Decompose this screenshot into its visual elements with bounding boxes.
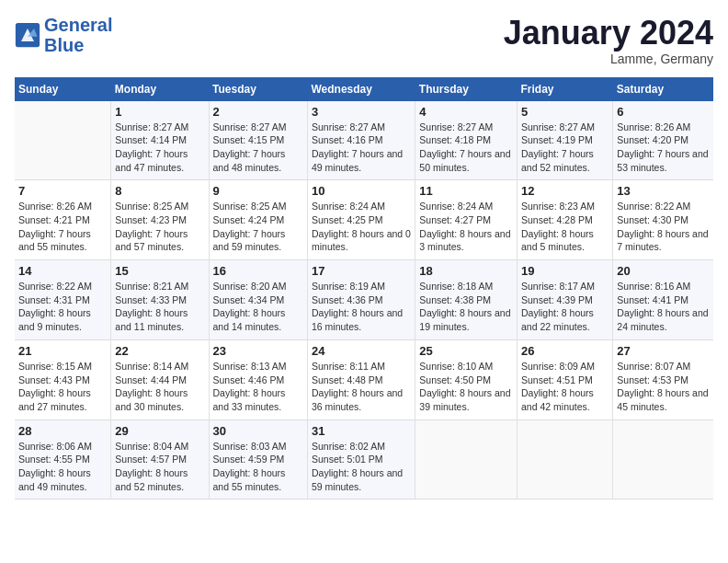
sunset-text: Sunset: 5:01 PM — [312, 454, 383, 465]
calendar-cell: 13 Sunrise: 8:22 AM Sunset: 4:30 PM Dayl… — [613, 180, 713, 260]
day-info: Sunrise: 8:26 AM Sunset: 4:20 PM Dayligh… — [617, 121, 710, 175]
calendar-cell: 15 Sunrise: 8:21 AM Sunset: 4:33 PM Dayl… — [111, 260, 209, 340]
calendar-cell: 21 Sunrise: 8:15 AM Sunset: 4:43 PM Dayl… — [15, 339, 111, 419]
day-info: Sunrise: 8:27 AM Sunset: 4:18 PM Dayligh… — [419, 121, 513, 175]
calendar-cell: 26 Sunrise: 8:09 AM Sunset: 4:51 PM Dayl… — [518, 339, 613, 419]
calendar-cell: 8 Sunrise: 8:25 AM Sunset: 4:23 PM Dayli… — [111, 180, 209, 260]
day-info: Sunrise: 8:15 AM Sunset: 4:43 PM Dayligh… — [18, 360, 107, 414]
col-saturday: Saturday — [613, 77, 713, 101]
day-number: 25 — [419, 344, 513, 358]
sunrise-text: Sunrise: 8:22 AM — [617, 201, 690, 212]
day-info: Sunrise: 8:19 AM Sunset: 4:36 PM Dayligh… — [312, 280, 411, 334]
day-info: Sunrise: 8:25 AM Sunset: 4:24 PM Dayligh… — [213, 200, 303, 254]
sunset-text: Sunset: 4:18 PM — [419, 134, 491, 145]
calendar-cell: 31 Sunrise: 8:02 AM Sunset: 5:01 PM Dayl… — [307, 419, 415, 500]
day-info: Sunrise: 8:11 AM Sunset: 4:48 PM Dayligh… — [312, 360, 411, 414]
sunset-text: Sunset: 4:34 PM — [213, 294, 285, 305]
calendar-cell: 3 Sunrise: 8:27 AM Sunset: 4:16 PM Dayli… — [307, 101, 415, 180]
calendar-cell: 18 Sunrise: 8:18 AM Sunset: 4:38 PM Dayl… — [415, 260, 518, 340]
day-info: Sunrise: 8:04 AM Sunset: 4:57 PM Dayligh… — [115, 440, 204, 494]
daylight-text: Daylight: 7 hours and 47 minutes. — [115, 148, 188, 173]
sunrise-text: Sunrise: 8:26 AM — [18, 201, 92, 212]
day-info: Sunrise: 8:27 AM Sunset: 4:15 PM Dayligh… — [213, 121, 303, 175]
calendar-cell: 10 Sunrise: 8:24 AM Sunset: 4:25 PM Dayl… — [307, 180, 415, 260]
calendar-week-1: 1 Sunrise: 8:27 AM Sunset: 4:14 PM Dayli… — [15, 101, 713, 180]
sunrise-text: Sunrise: 8:02 AM — [312, 441, 385, 452]
calendar-week-2: 7 Sunrise: 8:26 AM Sunset: 4:21 PM Dayli… — [15, 180, 713, 260]
sunrise-text: Sunrise: 8:25 AM — [115, 201, 188, 212]
daylight-text: Daylight: 8 hours and 45 minutes. — [617, 387, 708, 412]
sunrise-text: Sunrise: 8:04 AM — [115, 441, 188, 452]
calendar-cell: 6 Sunrise: 8:26 AM Sunset: 4:20 PM Dayli… — [613, 101, 713, 180]
sunrise-text: Sunrise: 8:09 AM — [521, 361, 595, 372]
day-info: Sunrise: 8:02 AM Sunset: 5:01 PM Dayligh… — [312, 440, 411, 494]
calendar-cell: 19 Sunrise: 8:17 AM Sunset: 4:39 PM Dayl… — [518, 260, 613, 340]
sunrise-text: Sunrise: 8:03 AM — [213, 441, 287, 452]
sunset-text: Sunset: 4:53 PM — [617, 374, 688, 385]
calendar-cell — [415, 419, 518, 500]
logo-line1: General — [44, 15, 112, 35]
daylight-text: Daylight: 8 hours and 55 minutes. — [213, 467, 286, 492]
day-number: 31 — [312, 424, 411, 438]
daylight-text: Daylight: 7 hours and 52 minutes. — [521, 148, 594, 173]
calendar-cell: 7 Sunrise: 8:26 AM Sunset: 4:21 PM Dayli… — [15, 180, 111, 260]
daylight-text: Daylight: 8 hours and 5 minutes. — [521, 228, 594, 253]
day-number: 2 — [213, 105, 303, 119]
day-number: 21 — [18, 344, 107, 358]
daylight-text: Daylight: 8 hours and 39 minutes. — [419, 387, 510, 412]
header-row: Sunday Monday Tuesday Wednesday Thursday… — [15, 77, 713, 101]
day-number: 16 — [213, 264, 303, 278]
day-info: Sunrise: 8:21 AM Sunset: 4:33 PM Dayligh… — [115, 280, 204, 334]
calendar-cell: 11 Sunrise: 8:24 AM Sunset: 4:27 PM Dayl… — [415, 180, 518, 260]
day-number: 1 — [115, 105, 204, 119]
day-info: Sunrise: 8:06 AM Sunset: 4:55 PM Dayligh… — [18, 440, 107, 494]
sunrise-text: Sunrise: 8:10 AM — [419, 361, 493, 372]
calendar-cell: 25 Sunrise: 8:10 AM Sunset: 4:50 PM Dayl… — [415, 339, 518, 419]
daylight-text: Daylight: 8 hours and 0 minutes. — [312, 228, 411, 253]
daylight-text: Daylight: 8 hours and 27 minutes. — [18, 387, 91, 412]
month-title: January 2024 — [504, 15, 713, 52]
day-info: Sunrise: 8:10 AM Sunset: 4:50 PM Dayligh… — [419, 360, 513, 414]
calendar-table: Sunday Monday Tuesday Wednesday Thursday… — [15, 77, 713, 500]
day-info: Sunrise: 8:07 AM Sunset: 4:53 PM Dayligh… — [617, 360, 710, 414]
sunrise-text: Sunrise: 8:07 AM — [617, 361, 690, 372]
sunset-text: Sunset: 4:57 PM — [115, 454, 187, 465]
sunrise-text: Sunrise: 8:16 AM — [617, 281, 690, 292]
calendar-header: Sunday Monday Tuesday Wednesday Thursday… — [15, 77, 713, 101]
sunrise-text: Sunrise: 8:17 AM — [521, 281, 595, 292]
day-number: 27 — [617, 344, 710, 358]
calendar-week-4: 21 Sunrise: 8:15 AM Sunset: 4:43 PM Dayl… — [15, 339, 713, 419]
daylight-text: Daylight: 8 hours and 52 minutes. — [115, 467, 188, 492]
calendar-cell: 9 Sunrise: 8:25 AM Sunset: 4:24 PM Dayli… — [209, 180, 307, 260]
sunrise-text: Sunrise: 8:26 AM — [617, 121, 690, 132]
day-info: Sunrise: 8:03 AM Sunset: 4:59 PM Dayligh… — [213, 440, 303, 494]
day-number: 12 — [521, 184, 609, 198]
calendar-cell: 1 Sunrise: 8:27 AM Sunset: 4:14 PM Dayli… — [111, 101, 209, 180]
calendar-cell: 12 Sunrise: 8:23 AM Sunset: 4:28 PM Dayl… — [518, 180, 613, 260]
sunset-text: Sunset: 4:48 PM — [312, 374, 383, 385]
day-number: 19 — [521, 264, 609, 278]
day-number: 20 — [617, 264, 710, 278]
day-info: Sunrise: 8:23 AM Sunset: 4:28 PM Dayligh… — [521, 200, 609, 254]
sunrise-text: Sunrise: 8:11 AM — [312, 361, 385, 372]
sunset-text: Sunset: 4:19 PM — [521, 134, 593, 145]
sunrise-text: Sunrise: 8:27 AM — [115, 121, 188, 132]
sunrise-text: Sunrise: 8:06 AM — [18, 441, 92, 452]
calendar-cell: 17 Sunrise: 8:19 AM Sunset: 4:36 PM Dayl… — [307, 260, 415, 340]
logo-line2: Blue — [44, 35, 84, 55]
calendar-cell: 5 Sunrise: 8:27 AM Sunset: 4:19 PM Dayli… — [518, 101, 613, 180]
sunrise-text: Sunrise: 8:23 AM — [521, 201, 595, 212]
day-info: Sunrise: 8:16 AM Sunset: 4:41 PM Dayligh… — [617, 280, 710, 334]
calendar-cell: 2 Sunrise: 8:27 AM Sunset: 4:15 PM Dayli… — [209, 101, 307, 180]
col-monday: Monday — [111, 77, 209, 101]
day-info: Sunrise: 8:25 AM Sunset: 4:23 PM Dayligh… — [115, 200, 204, 254]
sunrise-text: Sunrise: 8:27 AM — [419, 121, 493, 132]
day-info: Sunrise: 8:20 AM Sunset: 4:34 PM Dayligh… — [213, 280, 303, 334]
sunrise-text: Sunrise: 8:27 AM — [312, 121, 385, 132]
logo-icon — [15, 22, 40, 48]
sunrise-text: Sunrise: 8:24 AM — [419, 201, 493, 212]
sunrise-text: Sunrise: 8:14 AM — [115, 361, 188, 372]
day-number: 23 — [213, 344, 303, 358]
day-number: 5 — [521, 105, 609, 119]
day-info: Sunrise: 8:27 AM Sunset: 4:16 PM Dayligh… — [312, 121, 411, 175]
